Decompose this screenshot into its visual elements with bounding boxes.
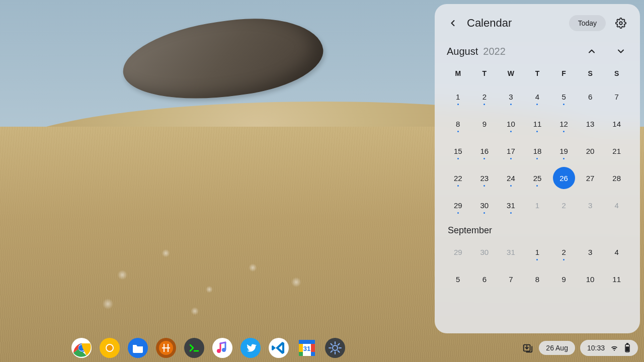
battery-icon bbox=[624, 343, 631, 353]
shelf-app-chrome[interactable] bbox=[71, 338, 92, 358]
back-button[interactable] bbox=[445, 15, 461, 31]
calendar-day[interactable]: 18 bbox=[524, 140, 551, 162]
calendar-day[interactable]: 5 bbox=[550, 85, 577, 108]
shelf: 31 26 Aug 10:33 bbox=[0, 334, 644, 362]
calendar-day[interactable]: 9 bbox=[471, 113, 498, 135]
calendar-day[interactable]: 31 bbox=[498, 194, 524, 216]
downloads-tray-icon[interactable] bbox=[522, 342, 534, 354]
calendar-day[interactable]: 1 bbox=[524, 194, 551, 216]
svg-rect-23 bbox=[311, 344, 315, 352]
calendar-settings-button[interactable] bbox=[612, 14, 630, 32]
calendar-day[interactable]: 1 bbox=[524, 241, 551, 263]
calendar-day-today[interactable]: 26 bbox=[553, 167, 575, 189]
calendar-day[interactable]: 3 bbox=[577, 241, 604, 263]
calendar-day[interactable]: 10 bbox=[577, 268, 604, 290]
shelf-app-vscode[interactable] bbox=[269, 338, 289, 358]
svg-point-0 bbox=[619, 22, 622, 25]
today-button[interactable]: Today bbox=[569, 15, 606, 31]
calendar-day[interactable]: 30 bbox=[471, 194, 498, 216]
svg-point-11 bbox=[184, 338, 204, 358]
calendar-day[interactable]: 10 bbox=[498, 113, 524, 135]
month-label: August bbox=[447, 46, 478, 57]
shelf-app-app-orange[interactable] bbox=[156, 338, 176, 358]
weekday-label: T bbox=[471, 66, 498, 80]
shelf-app-files[interactable] bbox=[128, 338, 148, 358]
weekday-label: M bbox=[445, 66, 471, 80]
calendar-day[interactable]: 8 bbox=[524, 268, 551, 290]
date-pill[interactable]: 26 Aug bbox=[539, 341, 575, 355]
next-month-button[interactable] bbox=[614, 44, 628, 58]
calendar-day[interactable]: 14 bbox=[603, 113, 630, 135]
weekday-label: S bbox=[603, 66, 630, 80]
gear-icon bbox=[615, 18, 626, 29]
calendar-day[interactable]: 29 bbox=[445, 194, 471, 216]
svg-point-7 bbox=[107, 345, 113, 351]
weekday-label: W bbox=[498, 66, 524, 80]
calendar-day[interactable]: 21 bbox=[603, 140, 630, 162]
svg-rect-21 bbox=[299, 352, 303, 356]
calendar-day[interactable]: 2 bbox=[550, 241, 577, 263]
svg-point-15 bbox=[222, 348, 226, 352]
shelf-app-settings[interactable] bbox=[325, 338, 345, 358]
time-text: 10:33 bbox=[587, 344, 605, 352]
shelf-app-twitter[interactable] bbox=[240, 338, 261, 358]
calendar-day[interactable]: 4 bbox=[603, 194, 630, 216]
calendar-day[interactable]: 17 bbox=[498, 140, 524, 162]
calendar-day[interactable]: 29 bbox=[445, 241, 471, 263]
calendar-day[interactable]: 6 bbox=[471, 268, 498, 290]
calendar-day[interactable]: 19 bbox=[550, 140, 577, 162]
calendar-day[interactable]: 2 bbox=[471, 85, 498, 108]
svg-rect-20 bbox=[311, 352, 315, 356]
calendar-day[interactable]: 4 bbox=[603, 241, 630, 263]
svg-rect-39 bbox=[626, 347, 629, 351]
svg-point-14 bbox=[217, 349, 221, 353]
calendar-day[interactable]: 7 bbox=[498, 268, 524, 290]
calendar-day[interactable]: 5 bbox=[445, 268, 471, 290]
calendar-day[interactable]: 20 bbox=[577, 140, 604, 162]
shelf-app-music[interactable] bbox=[212, 338, 232, 358]
calendar-day[interactable]: 24 bbox=[498, 167, 524, 189]
calendar-day[interactable]: 3 bbox=[498, 85, 524, 108]
calendar-day[interactable]: 7 bbox=[603, 85, 630, 108]
calendar-day[interactable]: 9 bbox=[550, 268, 577, 290]
prev-month-button[interactable] bbox=[585, 44, 599, 58]
svg-rect-19 bbox=[299, 340, 315, 344]
svg-text:31: 31 bbox=[303, 345, 310, 352]
calendar-day[interactable]: 27 bbox=[577, 167, 604, 189]
download-tray-icon bbox=[522, 342, 533, 353]
shelf-app-terminal[interactable] bbox=[184, 338, 204, 358]
calendar-day[interactable]: 11 bbox=[603, 268, 630, 290]
calendar-day[interactable]: 15 bbox=[445, 140, 471, 162]
calendar-day[interactable]: 31 bbox=[498, 241, 524, 263]
svg-rect-38 bbox=[627, 343, 628, 344]
calendar-day[interactable]: 1 bbox=[445, 85, 471, 108]
calendar-day[interactable]: 16 bbox=[471, 140, 498, 162]
svg-point-13 bbox=[212, 338, 232, 358]
wifi-icon bbox=[610, 343, 619, 352]
year-label: 2022 bbox=[483, 46, 585, 57]
svg-point-25 bbox=[325, 338, 345, 358]
calendar-day[interactable]: 3 bbox=[577, 194, 604, 216]
calendar-day[interactable]: 30 bbox=[471, 241, 498, 263]
calendar-day[interactable]: 22 bbox=[445, 167, 471, 189]
calendar-day[interactable]: 23 bbox=[471, 167, 498, 189]
weekday-label: S bbox=[577, 66, 604, 80]
calendar-day[interactable]: 2 bbox=[550, 194, 577, 216]
date-pill-text: 26 Aug bbox=[546, 344, 568, 352]
calendar-day[interactable]: 12 bbox=[550, 113, 577, 135]
shelf-app-chrome-canary[interactable] bbox=[100, 338, 120, 358]
shelf-app-google-calendar[interactable]: 31 bbox=[297, 338, 317, 358]
calendar-day[interactable]: 8 bbox=[445, 113, 471, 135]
weekday-label: T bbox=[524, 66, 551, 80]
calendar-day[interactable]: 25 bbox=[524, 167, 551, 189]
calendar-day[interactable]: 13 bbox=[577, 113, 604, 135]
weekday-label: F bbox=[550, 66, 577, 80]
calendar-day[interactable]: 28 bbox=[603, 167, 630, 189]
calendar-day[interactable]: 11 bbox=[524, 113, 551, 135]
status-tray[interactable]: 10:33 bbox=[580, 340, 638, 356]
calendar-title: Calendar bbox=[467, 17, 563, 30]
chevron-up-icon bbox=[587, 46, 597, 56]
calendar-day[interactable]: 4 bbox=[524, 85, 551, 108]
svg-rect-22 bbox=[299, 344, 303, 352]
calendar-day[interactable]: 6 bbox=[577, 85, 604, 108]
